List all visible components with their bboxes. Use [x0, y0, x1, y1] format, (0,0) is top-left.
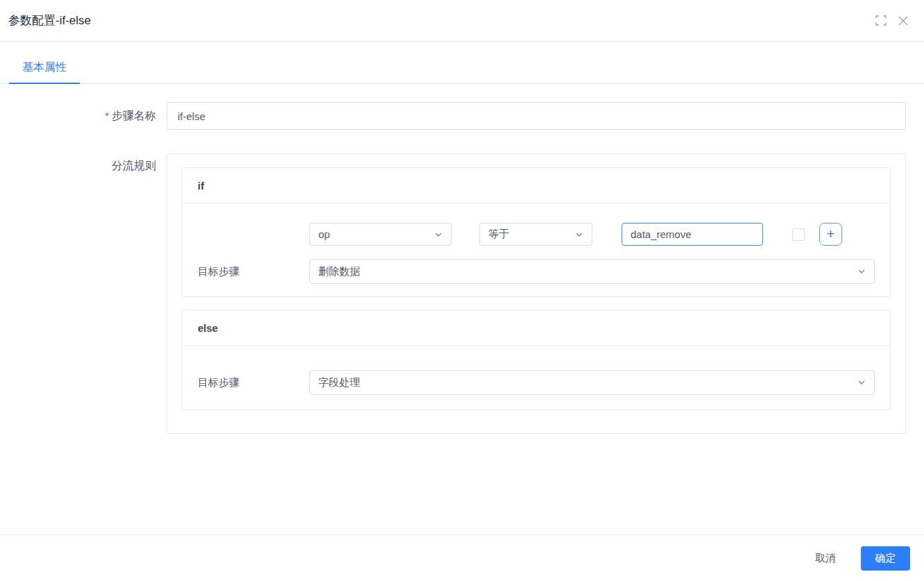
config-form: *步骤名称 分流规则 if op — [0, 84, 924, 434]
if-card-header: if — [182, 168, 890, 203]
branch-rules-container: if op 等于 — [166, 153, 906, 434]
plus-icon: + — [826, 226, 835, 241]
if-target-row: 目标步骤 删除数据 — [198, 259, 875, 284]
dialog-title: 参数配置-if-else — [8, 12, 873, 28]
else-card-header: else — [182, 310, 890, 346]
if-rule-card: if op 等于 — [182, 167, 891, 297]
step-name-input[interactable] — [166, 102, 906, 130]
branch-rules-label: 分流规则 — [0, 153, 156, 174]
confirm-button[interactable]: 确定 — [861, 546, 910, 571]
chevron-down-icon — [857, 378, 866, 387]
condition-operator-value: 等于 — [488, 228, 509, 241]
else-target-value: 字段处理 — [318, 376, 360, 389]
else-target-select[interactable]: 字段处理 — [309, 370, 875, 395]
if-target-select[interactable]: 删除数据 — [309, 259, 875, 284]
condition-field-value: op — [318, 228, 330, 240]
condition-operator-select[interactable]: 等于 — [479, 223, 592, 246]
step-name-row: *步骤名称 — [0, 102, 924, 130]
condition-value-input[interactable] — [622, 223, 763, 246]
condition-checkbox[interactable] — [792, 228, 805, 241]
else-rule-card: else 目标步骤 字段处理 — [182, 310, 891, 410]
tab-basic-properties[interactable]: 基本属性 — [9, 52, 80, 84]
step-name-label: *步骤名称 — [0, 102, 156, 124]
chevron-down-icon — [575, 230, 583, 239]
fullscreen-icon[interactable] — [873, 12, 889, 29]
chevron-down-icon — [434, 230, 443, 239]
chevron-down-icon — [857, 267, 866, 276]
close-icon[interactable] — [895, 12, 912, 29]
if-target-value: 删除数据 — [318, 265, 360, 278]
condition-field-select[interactable]: op — [309, 223, 452, 246]
param-config-dialog: 参数配置-if-else 基本属性 *步骤名称 — [0, 0, 924, 581]
required-asterisk: * — [105, 110, 109, 121]
else-target-row: 目标步骤 字段处理 — [198, 370, 875, 395]
dialog-footer: 取消 确定 — [0, 534, 924, 581]
add-condition-button[interactable]: + — [819, 223, 842, 246]
branch-rules-row: 分流规则 if op 等于 — [0, 153, 924, 434]
cancel-button[interactable]: 取消 — [815, 552, 836, 565]
dialog-header: 参数配置-if-else — [0, 0, 924, 42]
if-target-label: 目标步骤 — [198, 265, 309, 278]
tab-bar: 基本属性 — [0, 42, 924, 84]
condition-row: op 等于 + — [309, 223, 875, 246]
else-target-label: 目标步骤 — [198, 376, 309, 389]
